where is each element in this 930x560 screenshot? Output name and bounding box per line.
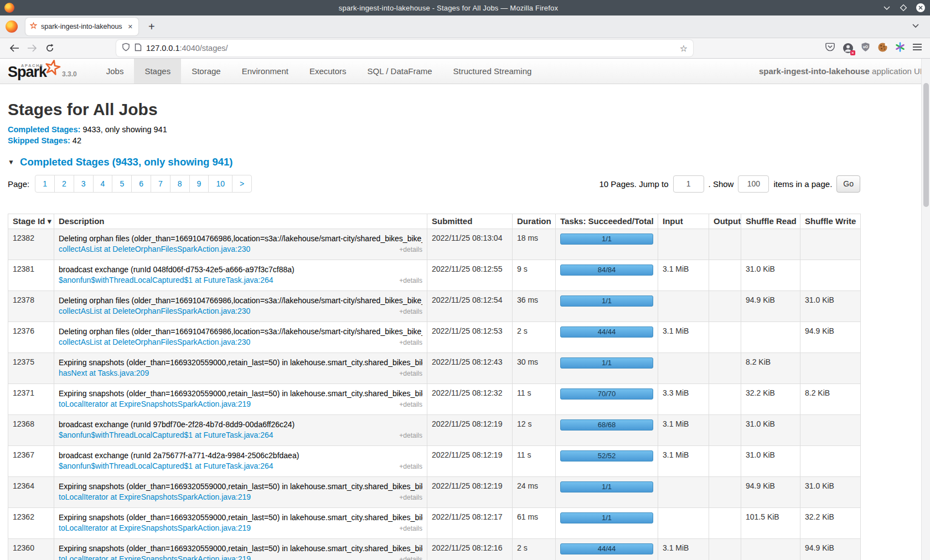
page-number-button[interactable]: 4 — [93, 175, 113, 193]
bookmark-star-icon[interactable]: ☆ — [680, 43, 688, 54]
ublock-icon[interactable]: uO — [861, 42, 870, 54]
stage-callsite-link[interactable]: collectAsList at DeleteOrphanFilesSparkA… — [59, 244, 250, 255]
page-number-button[interactable]: 6 — [131, 175, 151, 193]
details-toggle[interactable]: +details — [395, 492, 422, 503]
details-toggle[interactable]: +details — [395, 276, 422, 286]
details-toggle[interactable]: +details — [395, 523, 422, 534]
page-number-button[interactable]: 5 — [112, 175, 132, 193]
submitted-cell: 2022/11/25 08:13:04 — [427, 229, 513, 260]
details-toggle[interactable]: +details — [395, 369, 422, 379]
spark-nav-item[interactable]: Stages — [134, 59, 181, 84]
tasks-progress-bar: 1/1 — [560, 234, 653, 245]
spark-nav-item[interactable]: Structured Streaming — [443, 59, 542, 84]
forward-icon[interactable] — [23, 40, 41, 56]
details-toggle[interactable]: +details — [395, 245, 422, 255]
output-cell — [709, 384, 741, 415]
cookie-icon[interactable] — [877, 42, 888, 55]
column-header[interactable]: Shuffle Read — [741, 214, 800, 229]
url-text: 127.0.0.1:4040/stages/ — [146, 44, 675, 53]
column-header[interactable]: Shuffle Write — [800, 214, 861, 229]
table-row: 12362 Expiring snapshots (older_than=166… — [8, 508, 861, 539]
stage-description: Deleting orphan files (older_than=166910… — [59, 295, 422, 306]
details-toggle[interactable]: +details — [395, 431, 422, 441]
menu-icon[interactable] — [912, 43, 922, 53]
stage-callsite-link[interactable]: toLocalIterator at ExpireSnapshotsSparkA… — [59, 492, 251, 502]
shield-icon[interactable] — [122, 43, 130, 54]
new-tab-button[interactable]: + — [148, 21, 155, 32]
column-header[interactable]: Stage Id ▾ — [8, 214, 54, 229]
page-number-button[interactable]: 7 — [151, 175, 170, 193]
column-header[interactable]: Duration — [513, 214, 556, 229]
skipped-stages-link[interactable]: Skipped Stages: — [8, 136, 70, 145]
spark-nav-item[interactable]: SQL / DataFrame — [357, 59, 443, 84]
spark-logo[interactable]: APACHE Spark 3.3.0 — [0, 59, 82, 84]
submitted-cell: 2022/11/25 08:12:17 — [427, 508, 513, 539]
extension-asterisk-icon[interactable] — [895, 42, 905, 54]
column-header[interactable]: Input — [658, 214, 709, 229]
spark-nav-item[interactable]: Environment — [231, 59, 299, 84]
show-items-input[interactable] — [738, 175, 769, 193]
column-header[interactable]: Submitted — [427, 214, 513, 229]
page-number-button[interactable]: > — [232, 175, 252, 193]
completed-stages-link[interactable]: Completed Stages: — [8, 125, 80, 134]
pocket-icon[interactable] — [825, 42, 835, 54]
submitted-cell: 2022/11/25 08:12:55 — [427, 260, 513, 291]
page-info-icon[interactable] — [135, 43, 142, 54]
minimize-icon[interactable] — [882, 3, 891, 12]
shuffle-write-cell: 31.0 KiB — [800, 477, 861, 508]
details-toggle[interactable]: +details — [395, 307, 422, 317]
page-number-button[interactable]: 9 — [189, 175, 209, 193]
back-icon[interactable] — [6, 40, 23, 56]
spark-nav-item[interactable]: Storage — [181, 59, 231, 84]
stage-callsite-link[interactable]: collectAsList at DeleteOrphanFilesSparkA… — [59, 337, 250, 348]
page-number-button[interactable]: 10 — [208, 175, 232, 193]
details-toggle[interactable]: +details — [395, 400, 422, 410]
shuffle-write-cell: 94.9 KiB — [800, 539, 861, 560]
page-number-button[interactable]: 1 — [35, 175, 55, 193]
close-icon[interactable] — [916, 3, 926, 13]
details-toggle[interactable]: +details — [395, 554, 422, 560]
description-cell: Deleting orphan files (older_than=166910… — [54, 291, 427, 322]
table-row: 12378 Deleting orphan files (older_than=… — [8, 291, 861, 322]
browser-tab[interactable]: spark-ingest-into-lakehous ✕ — [25, 18, 138, 35]
page-number-button[interactable]: 8 — [170, 175, 190, 193]
stage-callsite-link[interactable]: $anonfun$withThreadLocalCaptured$1 at Fu… — [59, 430, 273, 440]
details-toggle[interactable]: +details — [395, 462, 422, 472]
stage-id-cell: 12362 — [8, 508, 54, 539]
tasks-cell: 1/1 — [556, 353, 658, 384]
stage-callsite-link[interactable]: hasNext at Tasks.java:209 — [59, 368, 149, 378]
tab-list-chevron-icon[interactable] — [911, 21, 920, 32]
column-header[interactable]: Description — [54, 214, 427, 229]
output-cell — [709, 322, 741, 353]
url-bar[interactable]: 127.0.0.1:4040/stages/ ☆ — [116, 40, 693, 56]
stage-callsite-link[interactable]: toLocalIterator at ExpireSnapshotsSparkA… — [59, 554, 251, 560]
column-header[interactable]: Output — [709, 214, 741, 229]
scrollbar-track[interactable] — [921, 59, 930, 560]
completed-stages-section-header[interactable]: ▼ Completed Stages (9433, only showing 9… — [8, 156, 861, 168]
column-header[interactable]: Tasks: Succeeded/Total — [556, 214, 658, 229]
tasks-progress-bar: 1/1 — [560, 481, 653, 492]
stage-callsite-link[interactable]: $anonfun$withThreadLocalCaptured$1 at Fu… — [59, 275, 273, 286]
tab-close-icon[interactable]: ✕ — [127, 23, 134, 30]
stage-callsite-link[interactable]: toLocalIterator at ExpireSnapshotsSparkA… — [59, 399, 251, 409]
page-number-button[interactable]: 2 — [54, 175, 74, 193]
stage-callsite-link[interactable]: collectAsList at DeleteOrphanFilesSparkA… — [59, 306, 250, 317]
scrollbar-thumb[interactable] — [923, 83, 929, 207]
spark-star-icon — [44, 59, 61, 78]
maximize-icon[interactable] — [899, 3, 908, 12]
stage-callsite-link[interactable]: toLocalIterator at ExpireSnapshotsSparkA… — [59, 523, 251, 533]
profile-icon[interactable]: ✕ — [843, 43, 854, 54]
page-number-button[interactable]: 3 — [74, 175, 94, 193]
stage-description: Deleting orphan files (older_than=166910… — [59, 234, 422, 244]
reload-icon[interactable] — [41, 40, 59, 56]
details-toggle[interactable]: +details — [395, 338, 422, 348]
firefox-view-icon[interactable] — [6, 20, 18, 33]
spark-nav-item[interactable]: Executors — [299, 59, 357, 84]
jump-to-input[interactable] — [673, 175, 704, 193]
spark-nav-item[interactable]: Jobs — [96, 59, 135, 84]
stage-id-cell: 12382 — [8, 229, 54, 260]
shuffle-write-cell: 31.0 KiB — [800, 291, 861, 322]
table-row: 12360 Expiring snapshots (older_than=166… — [8, 539, 861, 560]
go-button[interactable]: Go — [836, 175, 860, 193]
stage-callsite-link[interactable]: $anonfun$withThreadLocalCaptured$1 at Fu… — [59, 461, 273, 471]
